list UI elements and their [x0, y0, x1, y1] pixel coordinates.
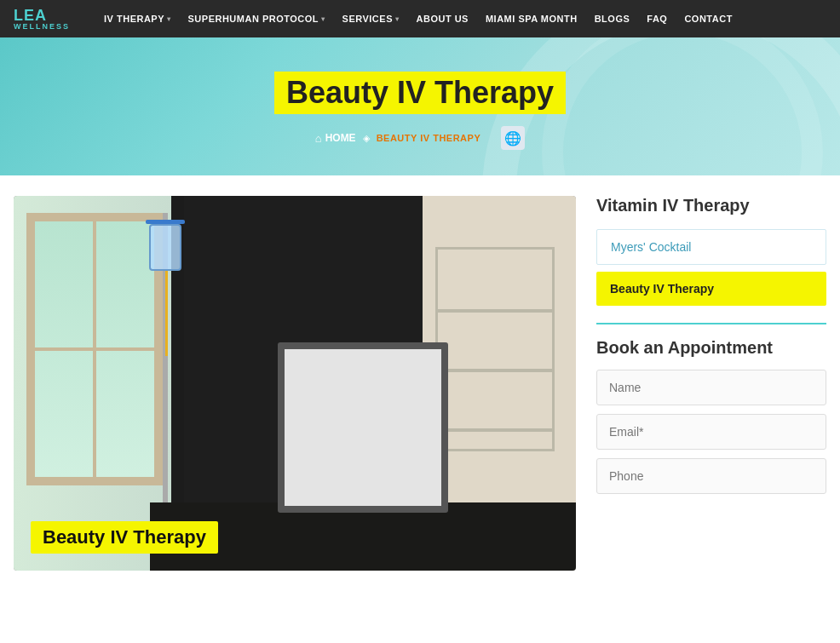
home-icon: ⌂ — [315, 132, 322, 145]
page-title: Beauty IV Therapy — [274, 72, 566, 114]
chevron-down-icon: ▾ — [167, 15, 171, 23]
nav-link-faq[interactable]: FAQ — [638, 0, 676, 37]
logo-sub: WELLNESS — [14, 23, 70, 31]
brand-logo[interactable]: LEA WELLNESS — [14, 8, 70, 31]
nav-link-contact[interactable]: CONTACT — [676, 0, 740, 37]
main-content: Beauty IV Therapy Vitamin IV Therapy Mye… — [0, 175, 840, 591]
breadcrumb-separator: ◈ — [363, 133, 370, 144]
window-cross-h — [35, 347, 154, 351]
logo-text: LEA — [14, 7, 47, 24]
nav-item-faq[interactable]: FAQ — [638, 0, 676, 37]
sidebar-link-myers[interactable]: Myers' Cocktail — [596, 229, 826, 265]
email-input[interactable] — [596, 414, 826, 450]
navbar: LEA WELLNESS IV THERAPY ▾ SUPERHUMAN PRO… — [0, 0, 840, 37]
therapy-image: Beauty IV Therapy — [14, 196, 576, 571]
image-caption: Beauty IV Therapy — [31, 521, 218, 554]
iv-tube — [165, 271, 168, 356]
shelf-plank-3 — [435, 428, 555, 432]
breadcrumb-current: BEAUTY IV THERAPY — [377, 133, 481, 143]
nav-menu: IV THERAPY ▾ SUPERHUMAN PROTOCOL ▾ SERVI… — [95, 0, 826, 37]
phone-input[interactable] — [596, 458, 826, 494]
nav-item-blogs[interactable]: BLOGS — [586, 0, 639, 37]
nav-item-superhuman[interactable]: SUPERHUMAN PROTOCOL ▾ — [180, 0, 334, 37]
nav-item-services[interactable]: SERVICES ▾ — [334, 0, 408, 37]
sidebar-divider — [596, 323, 826, 324]
chevron-down-icon: ▾ — [321, 15, 325, 23]
name-input[interactable] — [596, 370, 826, 405]
sidebar-appointment-section: Book an Appointment — [596, 338, 826, 502]
translate-icon[interactable]: 🌐 — [501, 126, 525, 150]
shelf-plank-2 — [435, 369, 555, 372]
nav-link-blogs[interactable]: BLOGS — [586, 0, 639, 37]
breadcrumb-home-link[interactable]: ⌂ HOME — [315, 132, 356, 145]
sidebar-vitamin-title: Vitamin IV Therapy — [596, 196, 826, 215]
breadcrumb: ⌂ HOME ◈ BEAUTY IV THERAPY 🌐 — [0, 126, 840, 150]
chevron-down-icon: ▾ — [395, 15, 400, 23]
hero-banner: Beauty IV Therapy ⌂ HOME ◈ BEAUTY IV THE… — [0, 37, 840, 175]
monitor — [278, 342, 448, 513]
nav-item-spa[interactable]: MIAMI SPA MONTH — [477, 0, 586, 37]
nav-item-iv-therapy[interactable]: IV THERAPY ▾ — [95, 0, 180, 37]
nav-link-spa[interactable]: MIAMI SPA MONTH — [477, 0, 586, 37]
room-window — [26, 213, 163, 485]
sidebar-link-beauty[interactable]: Beauty IV Therapy — [596, 272, 826, 306]
nav-link-iv-therapy[interactable]: IV THERAPY ▾ — [95, 0, 180, 37]
nav-item-about[interactable]: ABOUT US — [408, 0, 477, 37]
nav-link-services[interactable]: SERVICES ▾ — [334, 0, 408, 37]
image-section: Beauty IV Therapy — [14, 196, 576, 571]
sidebar: Vitamin IV Therapy Myers' Cocktail Beaut… — [596, 196, 826, 571]
nav-item-contact[interactable]: CONTACT — [676, 0, 740, 37]
shelf-unit — [435, 247, 555, 451]
nav-link-about[interactable]: ABOUT US — [408, 0, 477, 37]
shelf-plank-1 — [435, 309, 555, 313]
nav-link-superhuman[interactable]: SUPERHUMAN PROTOCOL ▾ — [180, 0, 334, 37]
sidebar-vitamin-section: Vitamin IV Therapy Myers' Cocktail Beaut… — [596, 196, 826, 306]
appointment-title: Book an Appointment — [596, 338, 826, 358]
iv-bag — [149, 224, 181, 271]
breadcrumb-home-label: HOME — [325, 132, 356, 144]
